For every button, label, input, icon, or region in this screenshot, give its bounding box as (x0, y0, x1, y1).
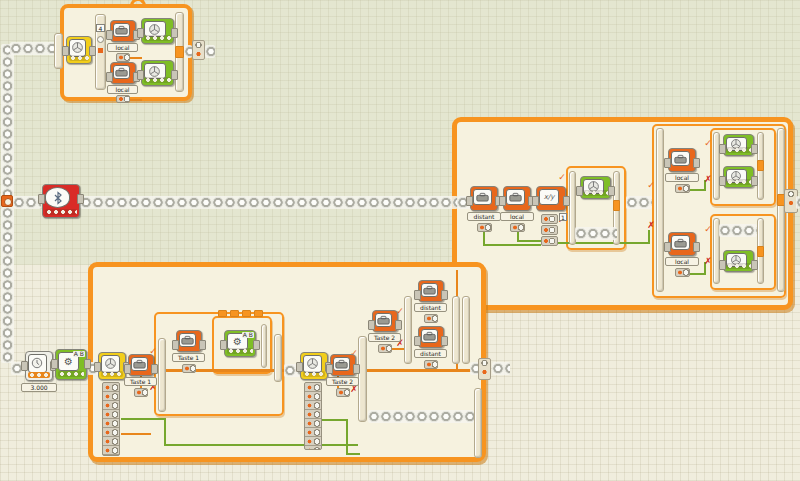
variable-label: distant (467, 212, 501, 221)
block-footer (45, 209, 77, 215)
loop-tab[interactable] (230, 310, 239, 317)
switch-port-value: 4 (96, 24, 105, 32)
compare-icon: x/y (539, 189, 559, 205)
motor-ports-label: A B (73, 351, 85, 357)
sequence-beam (13, 196, 41, 209)
data-wire-green (346, 453, 360, 455)
motor-block[interactable] (723, 166, 754, 188)
switch-rail (261, 324, 267, 368)
data-hub[interactable] (541, 236, 558, 246)
block-footer (28, 372, 50, 378)
sequence-beam (492, 362, 510, 375)
check-icon: ✓ (703, 138, 713, 148)
loop-condition-tab[interactable] (192, 40, 205, 60)
sequence-beam (10, 42, 58, 55)
motor-block[interactable] (580, 176, 611, 199)
data-hub[interactable] (541, 214, 558, 224)
start-point[interactable] (1, 195, 13, 207)
data-wire-orange (130, 99, 142, 101)
rotation-sensor-block[interactable] (98, 352, 126, 380)
loop-tab[interactable] (175, 46, 184, 58)
expanded-data-hub[interactable] (102, 382, 120, 456)
data-hub[interactable] (675, 184, 690, 193)
block-footer (726, 179, 751, 185)
data-hub[interactable] (116, 53, 130, 62)
data-hub[interactable] (510, 223, 525, 232)
data-wire-green (346, 419, 348, 455)
plug-icon (97, 36, 104, 43)
block-footer (726, 263, 751, 269)
data-hub[interactable] (134, 388, 148, 397)
sequence-beam (1, 207, 14, 363)
loop-tab[interactable] (254, 310, 263, 317)
variable-block[interactable] (128, 354, 154, 376)
switch-rail (656, 128, 664, 292)
cross-icon: ✗ (646, 220, 656, 230)
move-block[interactable]: ⚙ A B (224, 330, 256, 357)
data-hub[interactable] (675, 268, 690, 277)
loop-tab[interactable] (757, 246, 764, 257)
variable-block[interactable] (176, 330, 202, 352)
briefcase-icon (421, 283, 438, 297)
loop-tab[interactable] (757, 160, 764, 171)
variable-block[interactable] (110, 20, 136, 42)
variable-label: distant (414, 349, 447, 358)
data-wire-green (322, 419, 348, 421)
data-hub[interactable] (336, 388, 350, 397)
program-canvas: 4 ✓ ✗ ✓ ✗ ✓ ✗ ✓ ✗ ✓ ✗ ✓ ✗ ✓ ✗ (0, 0, 800, 481)
variable-block[interactable] (418, 280, 444, 302)
switch-rail (474, 388, 482, 458)
move-block[interactable]: ⚙ A B (55, 349, 87, 380)
motor-block[interactable] (723, 134, 754, 156)
variable-block[interactable] (503, 186, 531, 211)
variable-label: local (107, 85, 138, 94)
motor-block[interactable] (141, 18, 174, 44)
briefcase-icon (375, 313, 392, 327)
wait-value-label: 3.000 (21, 383, 57, 392)
variable-block[interactable] (418, 326, 444, 348)
motor-block[interactable] (723, 250, 754, 272)
briefcase-icon (131, 357, 148, 371)
variable-block[interactable] (110, 62, 136, 84)
block-footer (227, 348, 253, 354)
data-hub[interactable] (424, 314, 438, 323)
data-hub[interactable] (541, 225, 558, 235)
loop-tab[interactable] (242, 310, 251, 317)
data-wire-green (483, 244, 541, 246)
variable-block[interactable] (330, 354, 356, 376)
briefcase-icon (671, 151, 690, 166)
loop-tab[interactable] (218, 310, 227, 317)
compare-block[interactable]: x/y (536, 186, 566, 211)
loop-condition-tab[interactable] (478, 358, 491, 380)
variable-label: local (665, 173, 699, 182)
sequence-beam (368, 410, 474, 423)
block-footer (726, 147, 751, 153)
variable-label: local (500, 212, 534, 221)
sequence-beam (719, 224, 757, 237)
block-footer (144, 77, 171, 83)
block-footer (303, 371, 325, 377)
briefcase-icon (473, 189, 492, 205)
wait-block[interactable] (25, 351, 53, 381)
variable-block[interactable] (470, 186, 498, 211)
data-hub[interactable] (424, 360, 438, 369)
rotation-sensor-block[interactable] (66, 36, 92, 64)
variable-label: Taste 2 (326, 377, 359, 386)
clock-icon (28, 354, 47, 373)
switch-rail (274, 334, 282, 382)
data-hub[interactable] (116, 95, 130, 103)
data-wire-orange (130, 57, 142, 59)
rotation-sensor-block[interactable] (300, 352, 328, 380)
data-hub[interactable] (182, 364, 196, 373)
data-hub[interactable] (378, 344, 392, 353)
briefcase-icon (333, 357, 350, 371)
motor-block[interactable] (141, 60, 174, 86)
variable-block[interactable] (668, 148, 696, 172)
receive-message-block[interactable] (42, 184, 80, 218)
expanded-data-hub[interactable] (304, 382, 322, 450)
variable-block[interactable] (372, 310, 398, 332)
data-hub[interactable] (477, 223, 492, 232)
sequence-beam (626, 196, 652, 209)
loop-tab[interactable] (613, 200, 620, 211)
variable-block[interactable] (668, 232, 696, 256)
